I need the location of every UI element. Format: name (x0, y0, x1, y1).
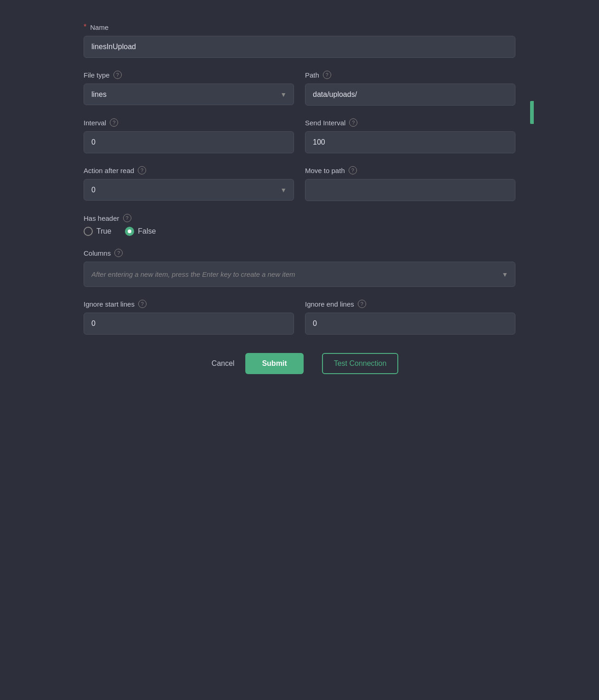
radio-true-label: True (96, 227, 111, 235)
has-header-group: Has header ? True False (84, 214, 515, 236)
send-interval-help-icon[interactable]: ? (349, 118, 357, 127)
cancel-button[interactable]: Cancel (201, 354, 246, 373)
file-type-label: File type (84, 71, 110, 79)
interval-help-icon[interactable]: ? (110, 118, 118, 127)
name-label: Name (90, 23, 108, 31)
columns-help-icon[interactable]: ? (114, 249, 123, 257)
ignore-end-lines-input[interactable] (305, 313, 515, 335)
send-interval-group: Send Interval ? (305, 118, 515, 153)
file-type-group: File type ? lines csv json xml ▼ (84, 71, 294, 106)
has-header-label-row: Has header ? (84, 214, 515, 222)
ignore-start-lines-group: Ignore start lines ? (84, 300, 294, 335)
columns-label: Columns (84, 249, 111, 257)
radio-false-option[interactable]: False (125, 227, 156, 236)
send-interval-label: Send Interval (305, 119, 345, 127)
button-row: Cancel Submit Test Connection (84, 353, 515, 374)
path-label-row: Path ? (305, 71, 515, 79)
action-after-read-label-row: Action after read ? (84, 166, 294, 174)
ignore-start-lines-input[interactable] (84, 313, 294, 335)
move-to-path-input[interactable] (305, 179, 515, 201)
name-field-group: * Name (84, 23, 515, 58)
has-header-radio-group: True False (84, 227, 515, 236)
interval-row: Interval ? Send Interval ? (84, 118, 515, 153)
action-after-read-help-icon[interactable]: ? (138, 166, 146, 174)
has-header-label: Has header (84, 214, 119, 222)
ignore-end-lines-label-row: Ignore end lines ? (305, 300, 515, 308)
interval-label-row: Interval ? (84, 118, 294, 127)
name-input[interactable] (84, 36, 515, 58)
action-after-read-group: Action after read ? 0 1 2 ▼ (84, 166, 294, 201)
path-label: Path (305, 71, 319, 79)
columns-group: Columns ? After entering a new item, pre… (84, 249, 515, 287)
form-container: * Name File type ? lines csv json xml ▼ (70, 9, 529, 392)
file-type-help-icon[interactable]: ? (113, 71, 122, 79)
file-type-path-row: File type ? lines csv json xml ▼ Path ? (84, 71, 515, 106)
submit-button[interactable]: Submit (245, 353, 303, 374)
test-connection-button[interactable]: Test Connection (322, 353, 399, 374)
action-move-row: Action after read ? 0 1 2 ▼ Move to path… (84, 166, 515, 201)
file-type-select-wrapper: lines csv json xml ▼ (84, 84, 294, 105)
action-after-read-select[interactable]: 0 1 2 (84, 179, 294, 201)
interval-label: Interval (84, 119, 106, 127)
move-to-path-label-row: Move to path ? (305, 166, 515, 174)
move-to-path-group: Move to path ? (305, 166, 515, 201)
move-to-path-label: Move to path (305, 167, 345, 174)
required-star: * (84, 23, 86, 31)
radio-false-label: False (138, 227, 156, 235)
has-header-help-icon[interactable]: ? (123, 214, 131, 222)
send-interval-input[interactable] (305, 131, 515, 153)
file-type-label-row: File type ? (84, 71, 294, 79)
action-after-read-label: Action after read (84, 167, 134, 174)
ignore-end-lines-help-icon[interactable]: ? (358, 300, 366, 308)
columns-select-wrapper: After entering a new item, press the Ent… (84, 262, 515, 287)
columns-label-row: Columns ? (84, 249, 515, 257)
radio-true-option[interactable]: True (84, 227, 111, 236)
ignore-end-lines-label: Ignore end lines (305, 300, 354, 308)
action-after-read-select-wrapper: 0 1 2 ▼ (84, 179, 294, 201)
radio-true-circle (84, 227, 93, 236)
file-type-select[interactable]: lines csv json xml (84, 84, 294, 105)
columns-select[interactable]: After entering a new item, press the Ent… (84, 262, 515, 287)
ignore-start-lines-help-icon[interactable]: ? (138, 300, 147, 308)
path-help-icon[interactable]: ? (323, 71, 331, 79)
side-indicator (530, 101, 534, 124)
radio-false-circle (125, 227, 134, 236)
interval-input[interactable] (84, 131, 294, 153)
path-group: Path ? (305, 71, 515, 106)
ignore-start-lines-label-row: Ignore start lines ? (84, 300, 294, 308)
ignore-start-lines-label: Ignore start lines (84, 300, 135, 308)
ignore-lines-row: Ignore start lines ? Ignore end lines ? (84, 300, 515, 335)
ignore-end-lines-group: Ignore end lines ? (305, 300, 515, 335)
interval-group: Interval ? (84, 118, 294, 153)
send-interval-label-row: Send Interval ? (305, 118, 515, 127)
name-label-row: * Name (84, 23, 515, 31)
move-to-path-help-icon[interactable]: ? (349, 166, 357, 174)
path-input[interactable] (305, 84, 515, 106)
